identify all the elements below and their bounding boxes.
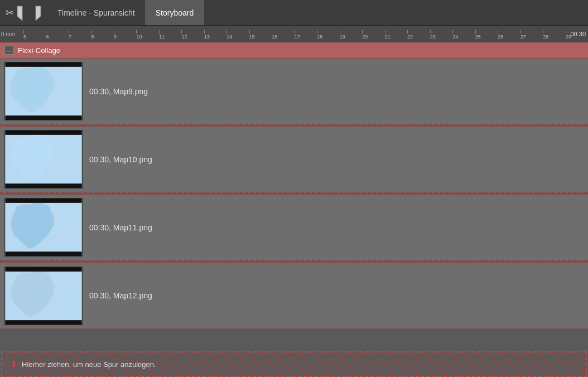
tab-timeline[interactable]: Timeline - Spuransicht [47, 0, 146, 25]
ruler-tick: 9 [114, 30, 136, 40]
clip-thumbnail [4, 198, 83, 257]
ruler-tick: 5 [23, 30, 46, 40]
ruler-tick: 20 [362, 30, 384, 40]
svg-rect-24 [5, 199, 81, 203]
ruler-tick: 14 [226, 30, 249, 40]
ruler-tick: 19 [340, 30, 362, 40]
drop-zone-label: Hierher ziehen, um neue Spur anzulegen. [22, 360, 156, 369]
ruler-tick: 26 [498, 30, 520, 40]
ruler-tick: 10 [136, 30, 158, 40]
svg-rect-25 [5, 252, 81, 256]
ruler-ticks: 5678910111213141516171819202122232425262… [1, 30, 588, 40]
ruler: 0 min 5678910111213141516171819202122232… [0, 26, 588, 42]
ruler-tick: 16 [272, 30, 294, 40]
clips-container: 00:30, Map9.png 00:30, Map10.png [0, 58, 588, 351]
ruler-end-label: 00:30 [570, 31, 586, 37]
drop-zone[interactable]: ⬇ Hierher ziehen, um neue Spur anzulegen… [1, 351, 587, 377]
ruler-start-label: 0 min [1, 31, 15, 37]
clip-thumbnail [4, 130, 83, 188]
tab-timeline-label: Timeline - Spuransicht [57, 8, 135, 17]
svg-marker-0 [17, 6, 22, 21]
track-collapse-icon[interactable]: — [4, 46, 13, 55]
ruler-tick: 21 [385, 30, 407, 40]
svg-rect-32 [5, 267, 81, 272]
clip-thumbnail [4, 267, 83, 325]
clip-row[interactable]: 00:30, Map12.png [0, 262, 588, 329]
clip-thumbnail [4, 62, 83, 120]
track-header: — Flexi-Collage [0, 42, 588, 58]
clip-row[interactable]: 00:30, Map10.png [0, 126, 588, 193]
ruler-tick: 23 [430, 30, 452, 40]
marker-left-icon [16, 5, 28, 21]
scissors-icon: ✂ [6, 7, 14, 19]
clip-row[interactable]: 00:30, Map9.png [0, 58, 588, 125]
ruler-tick: 17 [295, 30, 317, 40]
drop-zone-arrow-icon: ⬇ [10, 359, 17, 370]
svg-rect-33 [5, 320, 81, 325]
clip-info: 00:30, Map9.png [89, 87, 148, 96]
svg-marker-1 [36, 6, 41, 21]
svg-rect-9 [5, 115, 81, 120]
ruler-tick: 22 [407, 30, 430, 40]
marker-icons [16, 5, 42, 21]
ruler-tick: 11 [159, 30, 181, 40]
clip-info: 00:30, Map12.png [89, 291, 152, 300]
toolbar-icons: ✂ [0, 0, 47, 25]
ruler-tick: 27 [520, 30, 543, 40]
clip-info: 00:30, Map11.png [89, 223, 152, 232]
ruler-tick: 6 [46, 30, 68, 40]
svg-rect-8 [5, 62, 81, 67]
ruler-tick: 7 [69, 30, 91, 40]
ruler-tick: 8 [91, 30, 113, 40]
tab-bar: ✂ Timeline - Spuransicht Storyboard [0, 0, 588, 26]
tab-storyboard[interactable]: Storyboard [146, 0, 204, 25]
ruler-tick: 12 [181, 30, 204, 40]
tab-storyboard-label: Storyboard [156, 8, 194, 17]
clip-row[interactable]: 00:30, Map11.png [0, 194, 588, 261]
track-name: Flexi-Collage [18, 46, 60, 55]
clip-info: 00:30, Map10.png [89, 155, 152, 164]
ruler-tick: 18 [317, 30, 339, 40]
svg-rect-16 [5, 130, 81, 135]
ruler-tick: 28 [543, 30, 565, 40]
marker-right-icon [30, 5, 42, 21]
svg-rect-17 [5, 183, 81, 188]
ruler-tick: 24 [452, 30, 475, 40]
ruler-tick: 15 [249, 30, 272, 40]
ruler-tick: 13 [204, 30, 226, 40]
ruler-tick: 25 [475, 30, 498, 40]
